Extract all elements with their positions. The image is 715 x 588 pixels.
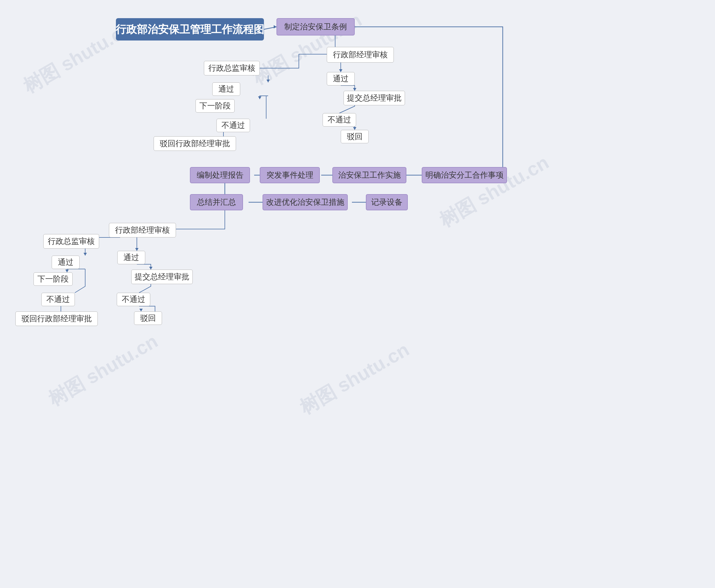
- node-jingliShenhe2: 行政部经理审核: [109, 223, 176, 237]
- node-butonngguo4: 不通过: [117, 293, 150, 306]
- svg-marker-24: [135, 248, 139, 251]
- svg-marker-8: [267, 80, 270, 82]
- node-xiayijieDuan2: 下一阶段: [34, 272, 72, 286]
- svg-marker-13: [353, 127, 356, 130]
- node-zhiding: 制定治安保卫条例: [276, 18, 355, 36]
- node-bohui3: 驳回行政部经理审批: [15, 312, 98, 326]
- node-bohui2: 驳回: [341, 130, 369, 143]
- node-butonngguo2: 不通过: [322, 113, 356, 127]
- node-tijiao2: 提交总经理审批: [131, 270, 193, 284]
- svg-marker-25: [149, 267, 152, 270]
- node-tongguo1: 通过: [212, 82, 240, 96]
- watermark-3: 树图 shutu.cn: [435, 150, 553, 233]
- node-jilu: 记录设备: [366, 194, 408, 210]
- node-tongguo2: 通过: [327, 72, 355, 85]
- title-node: 行政部治安保卫管理工作流程图: [116, 18, 264, 41]
- node-xiayijieDuan1: 下一阶段: [195, 99, 235, 112]
- svg-marker-11: [339, 69, 342, 72]
- node-butonngguo1: 不通过: [216, 119, 250, 132]
- node-tufa: 突发事件处理: [260, 167, 320, 183]
- node-gaijin: 改进优化治安保卫措施: [262, 194, 348, 210]
- svg-marker-26: [139, 309, 143, 312]
- svg-marker-12: [353, 88, 356, 91]
- node-tongguo4: 通过: [117, 251, 145, 264]
- watermark-5: 树图 shutu.cn: [295, 337, 414, 420]
- node-tongguo3: 通过: [52, 256, 80, 269]
- node-butonngguo3: 不通过: [41, 293, 75, 306]
- node-bianzhi: 编制处理报告: [190, 167, 250, 183]
- diagram-container: 树图 shutu.cn 树图 shutu.cn 树图 shutu.cn 树图 s…: [0, 0, 715, 588]
- node-zongjie: 总结并汇总: [190, 194, 243, 210]
- svg-marker-21: [84, 253, 87, 256]
- node-shishi: 治安保卫工作实施: [332, 167, 406, 183]
- node-jingliShenhe1: 行政部经理审核: [327, 47, 394, 63]
- node-mingque: 明确治安分工合作事项: [422, 167, 507, 183]
- svg-marker-6: [274, 25, 276, 28]
- svg-line-0: [264, 27, 276, 29]
- svg-marker-9: [258, 97, 261, 99]
- watermark-4: 树图 shutu.cn: [44, 329, 163, 412]
- node-tijiao1: 提交总经理审批: [343, 91, 405, 105]
- node-zongjianShenhe1: 行政总监审核: [204, 61, 260, 76]
- svg-marker-22: [65, 270, 69, 272]
- node-bohui4: 驳回: [134, 312, 162, 325]
- node-bohui1: 驳回行政部经理审批: [154, 136, 236, 151]
- connections-svg: [0, 0, 715, 588]
- node-zongjianShenhe2: 行政总监审核: [43, 234, 99, 249]
